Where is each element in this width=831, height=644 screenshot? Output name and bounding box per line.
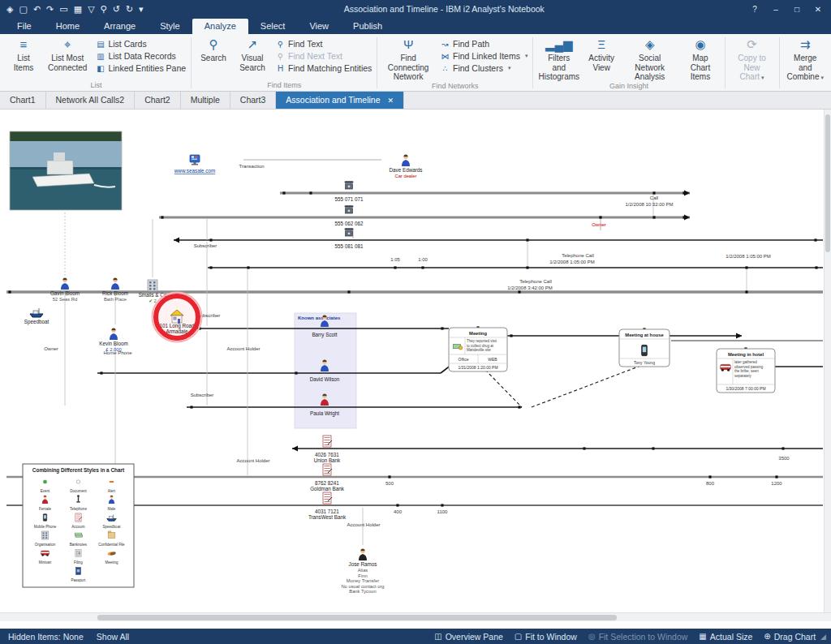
- overview-pane-toggle[interactable]: ◫Overview Pane: [434, 632, 503, 642]
- list-items-button[interactable]: ≡ListItems: [5, 36, 42, 81]
- timeline-node[interactable]: [652, 216, 655, 218]
- new-chart-icon[interactable]: ▢: [19, 4, 27, 15]
- linked-entities-pane-button[interactable]: ◧Linked Entities Pane: [96, 63, 186, 73]
- visual-search-button[interactable]: ↗VisualSearch: [234, 36, 271, 81]
- search--button[interactable]: ⚲Search: [195, 36, 232, 81]
- event-frame[interactable]: Meeting1/31/2008 1:20:00 PMOfficeWEBThey…: [449, 328, 507, 371]
- find-clusters-button[interactable]: ∴Find Clusters▾: [441, 63, 527, 73]
- timeline-node[interactable]: [682, 216, 685, 218]
- ribbon-tab-analyze[interactable]: Analyze: [192, 19, 248, 34]
- refresh-icon[interactable]: ↻: [126, 4, 133, 15]
- timeline-node[interactable]: [8, 290, 11, 293]
- timeline-node[interactable]: [652, 191, 655, 194]
- find-path-button[interactable]: ↝Find Path: [441, 39, 527, 49]
- timeline-node[interactable]: [282, 191, 285, 194]
- chart-canvas[interactable]: Known associateswww.seasale.comDave Edwa…: [0, 109, 831, 612]
- timeline-node[interactable]: [518, 406, 520, 408]
- timeline-node[interactable]: [745, 266, 747, 268]
- vertical-scrollbar[interactable]: [824, 109, 831, 612]
- chart-tab-chart2[interactable]: Chart2: [135, 92, 181, 109]
- chart-entity[interactable]: [345, 205, 354, 213]
- timeline-node[interactable]: [652, 447, 654, 449]
- find-linked-items-button[interactable]: ⋈Find Linked Items▾: [441, 51, 527, 61]
- find-connecting-network-button[interactable]: ΨFind ConnectingNetwork: [381, 36, 436, 82]
- list-data-records-button[interactable]: ▥List Data Records: [96, 51, 186, 61]
- timeline-node[interactable]: [421, 266, 424, 268]
- timeline-node[interactable]: [309, 191, 312, 194]
- hidden-items-none[interactable]: Hidden Items: None: [8, 632, 84, 642]
- chart-entity[interactable]: [323, 464, 332, 475]
- ribbon-tab-publish[interactable]: Publish: [341, 19, 394, 34]
- actual-size-toggle[interactable]: ▦Actual Size: [699, 632, 752, 642]
- timeline-node[interactable]: [441, 327, 443, 329]
- drag-chart-toggle[interactable]: ⊕Drag Chart: [764, 632, 816, 642]
- timeline-node[interactable]: [510, 334, 512, 337]
- minimize-button[interactable]: –: [766, 5, 786, 14]
- timeline-node[interactable]: [815, 266, 817, 268]
- redo-icon[interactable]: ↷: [46, 4, 54, 15]
- timeline-node[interactable]: [583, 447, 585, 449]
- timeline-node[interactable]: [247, 266, 249, 268]
- ribbon-tab-arrange[interactable]: Arrange: [92, 19, 148, 34]
- chart-tab-chart3[interactable]: Chart3: [230, 92, 277, 109]
- ribbon-tab-style[interactable]: Style: [148, 19, 192, 34]
- save-icon[interactable]: ▦: [74, 4, 82, 15]
- timeline-node[interactable]: [161, 216, 163, 218]
- timeline-node[interactable]: [190, 406, 192, 408]
- close-tab-icon[interactable]: ✕: [388, 97, 394, 105]
- ribbon-tab-home[interactable]: Home: [44, 19, 92, 34]
- open-icon[interactable]: ▭: [59, 4, 67, 15]
- chart-tab-multiple[interactable]: Multiple: [181, 92, 230, 109]
- timeline-node[interactable]: [100, 371, 102, 374]
- timeline-node[interactable]: [209, 238, 212, 241]
- ribbon-tab-file[interactable]: File: [5, 19, 44, 34]
- filters-and-histograms-button[interactable]: ▂▄▆Filters andHistograms: [536, 36, 581, 82]
- list-cards-button[interactable]: ▤List Cards: [96, 39, 186, 49]
- social-network-analysis-button[interactable]: ◈Social NetworkAnalysis: [622, 36, 678, 82]
- timeline-node[interactable]: [745, 290, 747, 293]
- chart-entity[interactable]: [111, 278, 119, 290]
- timeline-node[interactable]: [526, 266, 528, 268]
- find-matching-entities-button[interactable]: HFind Matching Entities: [276, 63, 372, 73]
- chart-entity[interactable]: [402, 155, 410, 166]
- find-text-button[interactable]: ⚲Find Text: [276, 39, 372, 49]
- event-frame[interactable]: Meeting in hotel1/30/2008 7:00:00 PMlate…: [717, 349, 775, 393]
- ribbon-tab-view[interactable]: View: [297, 19, 341, 34]
- chart-entity[interactable]: [323, 436, 332, 447]
- close-button[interactable]: ✕: [808, 5, 828, 14]
- timeline-node[interactable]: [396, 504, 398, 506]
- help-button[interactable]: ?: [745, 5, 764, 14]
- chart-entity[interactable]: [190, 155, 200, 165]
- merge-and-combine-button[interactable]: ⇉Merge andCombine▾: [782, 36, 828, 83]
- timeline-node[interactable]: [394, 266, 396, 268]
- chart-drawing[interactable]: Known associateswww.seasale.comDave Edwa…: [0, 109, 824, 612]
- timeline-node[interactable]: [209, 266, 212, 268]
- search-icon[interactable]: ⚲: [101, 4, 107, 15]
- timeline-node[interactable]: [347, 290, 350, 293]
- map-chart-items-button[interactable]: ◉Map ChartItems: [679, 36, 721, 82]
- horizontal-scrollbar-thumb[interactable]: [97, 615, 617, 620]
- revert-icon[interactable]: ↺: [113, 4, 120, 15]
- chart-entity[interactable]: [323, 492, 332, 504]
- fit-to-window-toggle[interactable]: ▢Fit to Window: [515, 632, 577, 642]
- chart-entity[interactable]: [345, 228, 354, 236]
- ribbon-tab-select[interactable]: Select: [248, 19, 298, 34]
- show-all[interactable]: Show All: [97, 632, 129, 642]
- timeline-node[interactable]: [775, 475, 777, 478]
- app-icon[interactable]: ◈: [6, 4, 13, 15]
- chart-tab-network-all-calls2[interactable]: Network All Calls2: [46, 92, 136, 109]
- timeline-node[interactable]: [518, 290, 520, 293]
- timeline-node[interactable]: [682, 191, 685, 194]
- timeline-node[interactable]: [388, 475, 390, 478]
- timeline-node[interactable]: [526, 238, 528, 241]
- list-most-connected-button[interactable]: ⌖List MostConnected: [44, 36, 91, 81]
- chart-entity[interactable]: [345, 181, 354, 189]
- timeline-node[interactable]: [441, 504, 443, 506]
- timeline-node[interactable]: [814, 238, 816, 241]
- timeline-node[interactable]: [295, 371, 297, 374]
- horizontal-scrollbar[interactable]: [0, 612, 831, 621]
- timeline-node[interactable]: [708, 475, 711, 478]
- filter-icon[interactable]: ▽: [88, 4, 94, 15]
- maximize-button[interactable]: □: [787, 5, 807, 14]
- timeline-node[interactable]: [781, 447, 784, 449]
